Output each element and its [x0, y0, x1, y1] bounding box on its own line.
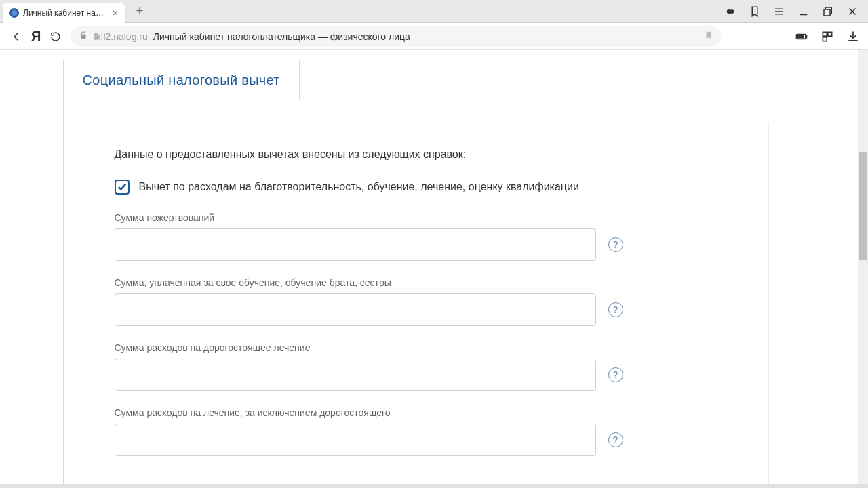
field-label: Сумма расходов на дорогостоящее лечение — [115, 342, 744, 353]
checkbox-row-charity: Вычет по расходам на благотворительность… — [115, 180, 744, 195]
vertical-scrollbar[interactable] — [858, 50, 868, 488]
field-treatment: Сумма расходов на лечение, за исключение… — [115, 407, 744, 456]
field-donations: Сумма пожертвований ? — [115, 212, 744, 261]
bookmark-icon[interactable] — [749, 5, 761, 18]
scrollbar-thumb[interactable] — [859, 152, 867, 260]
tab-header-text: Социальный налоговый вычет — [83, 73, 280, 88]
help-icon[interactable]: ? — [608, 432, 623, 447]
extensions-icon[interactable] — [821, 30, 834, 43]
tab-social-deduction[interactable]: Социальный налоговый вычет — [63, 60, 300, 100]
tab-bar: Личный кабинет налог × + — [0, 0, 868, 23]
education-input[interactable] — [115, 293, 596, 326]
browser-tab[interactable]: Личный кабинет налог × — [3, 3, 125, 23]
menu-icon[interactable] — [773, 5, 785, 18]
help-icon[interactable]: ? — [608, 302, 623, 317]
checkbox-charity[interactable] — [115, 180, 130, 195]
url-box[interactable]: lkfl2.nalog.ru Личный кабинет налогоплат… — [71, 26, 722, 47]
treatment-input[interactable] — [115, 424, 596, 456]
svg-rect-10 — [797, 35, 803, 37]
favicon-icon — [9, 8, 19, 18]
svg-rect-12 — [828, 32, 832, 36]
close-icon[interactable]: × — [113, 7, 118, 18]
maximize-icon[interactable] — [822, 5, 834, 18]
checkmark-icon — [117, 182, 127, 192]
tab-body: Данные о предоставленных вычетах внесены… — [63, 100, 795, 488]
minimize-icon[interactable] — [797, 5, 810, 18]
yandex-logo-icon[interactable]: Я — [31, 28, 41, 44]
donations-input[interactable] — [115, 228, 596, 261]
bookmark-star-icon[interactable] — [704, 30, 713, 42]
lock-icon — [79, 30, 88, 42]
bottom-bar — [0, 484, 868, 488]
address-bar: Я lkfl2.nalog.ru Личный кабинет налогопл… — [0, 23, 868, 50]
reload-button[interactable] — [47, 28, 64, 45]
download-icon[interactable] — [846, 30, 860, 43]
incognito-icon[interactable] — [724, 5, 736, 18]
tab-title: Личный кабинет налог — [23, 8, 106, 18]
window-close-icon[interactable] — [846, 5, 859, 18]
new-tab-button[interactable]: + — [130, 2, 149, 21]
field-education: Сумма, уплаченная за свое обучение, обуч… — [115, 277, 744, 326]
svg-rect-11 — [823, 32, 827, 36]
content-wrap: Социальный налоговый вычет Данные о пред… — [63, 50, 795, 488]
field-expensive-treatment: Сумма расходов на дорогостоящее лечение … — [115, 342, 744, 391]
field-label: Сумма пожертвований — [115, 212, 744, 223]
field-label: Сумма, уплаченная за свое обучение, обуч… — [115, 277, 744, 288]
help-icon[interactable]: ? — [608, 367, 623, 382]
checkbox-label: Вычет по расходам на благотворительность… — [139, 181, 579, 193]
window-controls — [724, 5, 868, 18]
intro-text: Данные о предоставленных вычетах внесены… — [115, 148, 744, 161]
form-panel: Данные о предоставленных вычетах внесены… — [90, 121, 769, 488]
address-right-icons — [795, 30, 860, 43]
svg-rect-9 — [806, 35, 807, 37]
page-viewport: Социальный налоговый вычет Данные о пред… — [0, 50, 858, 488]
browser-chrome: Личный кабинет налог × + — [0, 0, 868, 50]
expensive-treatment-input[interactable] — [115, 359, 596, 391]
svg-rect-13 — [823, 37, 827, 41]
battery-icon[interactable] — [795, 30, 808, 43]
help-icon[interactable]: ? — [608, 237, 623, 252]
field-label: Сумма расходов на лечение, за исключение… — [115, 407, 744, 418]
url-path: Личный кабинет налогоплательщика — физич… — [153, 31, 410, 42]
svg-rect-5 — [824, 9, 830, 16]
url-domain: lkfl2.nalog.ru — [94, 31, 147, 42]
back-button[interactable] — [8, 28, 24, 45]
